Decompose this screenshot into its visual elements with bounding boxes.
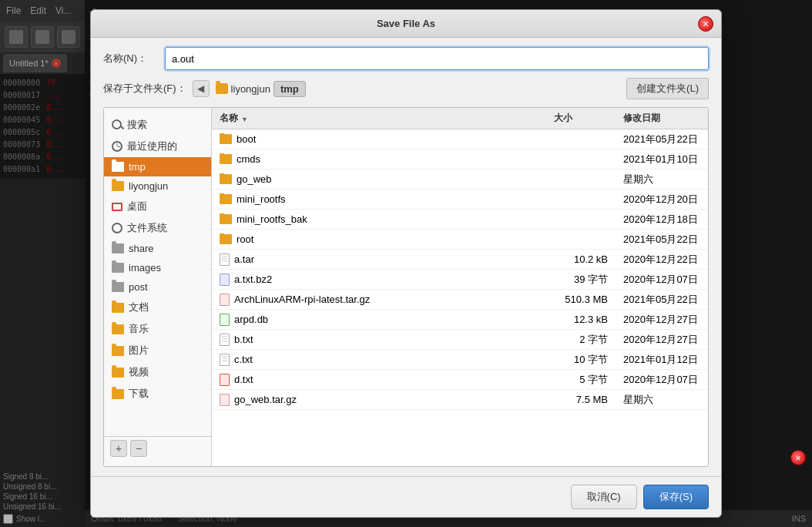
sidebar-desktop-label: 桌面 [127, 200, 147, 213]
file-cell-name: b.txt [212, 334, 546, 346]
sidebar-item-desktop[interactable]: 桌面 [104, 196, 211, 217]
sidebar-item-tmp[interactable]: tmp [104, 157, 211, 176]
breadcrumb-parent[interactable]: liyongjun [216, 83, 270, 95]
sidebar-item-music[interactable]: 音乐 [104, 318, 211, 340]
dialog-overlay: Save File As 名称(N)： 保存于文件夹(F)： ◀ liyongj… [0, 0, 812, 527]
sidebar-filesystem-label: 文件系统 [127, 221, 167, 235]
sidebar-item-liyongjun[interactable]: liyongjun [104, 176, 211, 196]
dialog-body: 名称(N)： 保存于文件夹(F)： ◀ liyongjun tmp 创建文件夹(… [91, 38, 721, 476]
file-cell-date: 2020年12月27日 [616, 313, 708, 327]
dialog-title: Save File As [377, 18, 435, 29]
sidebar-item-recent[interactable]: 最近使用的 [104, 136, 211, 157]
filename-row: 名称(N)： [103, 47, 709, 70]
sidebar-pictures-label: 图片 [129, 344, 149, 357]
file-row[interactable]: go_web 星期六 [212, 170, 708, 190]
folder-icon [220, 214, 232, 224]
file-list-header: 名称 大小 修改日期 [212, 108, 708, 129]
filename-label: 名称(N)： [103, 52, 157, 65]
file-row[interactable]: go_web.tar.gz 7.5 MB 星期六 [212, 390, 708, 410]
file-row[interactable]: arpd.db 12.3 kB 2020年12月27日 [212, 310, 708, 330]
file-cell-name: mini_rootfs_bak [212, 213, 546, 225]
sidebar-downloads-label: 下载 [129, 387, 149, 401]
share-folder-icon [112, 243, 124, 253]
file-cell-size: 7.5 MB [546, 394, 616, 405]
sidebar-item-downloads[interactable]: 下载 [104, 383, 211, 404]
file-cell-size: 12.3 kB [546, 314, 616, 325]
file-cell-name: cmds [212, 153, 546, 165]
file-cell-date: 2021年05月22日 [616, 233, 708, 247]
file-cell-name: a.tar [212, 253, 546, 266]
sidebar-item-post[interactable]: post [104, 277, 211, 297]
file-row[interactable]: boot 2021年05月22日 [212, 129, 708, 149]
file-row[interactable]: root 2021年05月22日 [212, 230, 708, 250]
file-cell-size: 510.3 MB [546, 294, 616, 305]
file-cell-date: 2020年12月22日 [616, 253, 708, 267]
file-row[interactable]: mini_rootfs_bak 2020年12月18日 [212, 210, 708, 230]
remove-location-btn[interactable]: − [130, 440, 147, 457]
file-row[interactable]: ArchLinuxARM-rpi-latest.tar.gz 510.3 MB … [212, 290, 708, 310]
cancel-button[interactable]: 取消(C) [571, 485, 637, 509]
sidebar-item-filesystem[interactable]: 文件系统 [104, 217, 211, 239]
post-folder-icon [112, 282, 124, 292]
file-cell-name: arpd.db [212, 314, 546, 326]
file-cell-date: 2020年12月07日 [616, 373, 708, 387]
music-folder-icon [112, 324, 124, 334]
file-cell-date: 2020年12月07日 [616, 273, 708, 287]
file-cell-date: 星期六 [616, 393, 708, 407]
file-cell-date: 2020年12月20日 [616, 193, 708, 206]
dialog-close-button[interactable] [698, 16, 713, 32]
breadcrumb-parent-text: liyongjun [231, 83, 270, 95]
sidebar-item-images[interactable]: images [104, 258, 211, 277]
sort-arrow [241, 113, 248, 124]
sidebar-post-label: post [129, 281, 148, 293]
file-cell-date: 2020年12月18日 [616, 213, 708, 227]
file-cell-date: 2021年05月22日 [616, 133, 708, 146]
recent-icon [112, 141, 122, 152]
file-cell-name: root [212, 233, 546, 245]
save-button[interactable]: 保存(S) [643, 485, 709, 509]
breadcrumb-current[interactable]: tmp [273, 81, 306, 97]
gz-icon [220, 394, 230, 406]
nav-back-btn[interactable]: ◀ [193, 80, 210, 97]
file-cell-size: 10.2 kB [546, 253, 616, 265]
sidebar-item-search[interactable]: 搜索 [104, 114, 211, 136]
col-date[interactable]: 修改日期 [616, 112, 708, 125]
create-folder-button[interactable]: 创建文件夹(L) [626, 78, 709, 99]
filename-input[interactable] [165, 47, 709, 70]
col-name[interactable]: 名称 [212, 112, 546, 125]
file-row[interactable]: c.txt 10 字节 2021年01月12日 [212, 350, 708, 370]
add-location-btn[interactable]: + [110, 440, 127, 457]
search-icon [112, 119, 122, 130]
breadcrumb-folder-icon [216, 83, 228, 94]
file-row[interactable]: d.txt 5 字节 2020年12月07日 [212, 370, 708, 390]
file-row[interactable]: a.tar 10.2 kB 2020年12月22日 [212, 250, 708, 270]
sidebar-item-pictures[interactable]: 图片 [104, 340, 211, 361]
sidebar-music-label: 音乐 [129, 322, 149, 336]
sidebar-share-label: share [129, 243, 154, 254]
sidebar-item-videos[interactable]: 视频 [104, 361, 211, 383]
col-size[interactable]: 大小 [546, 112, 616, 125]
file-list-scroll[interactable]: boot 2021年05月22日 cmds 2021年01月10日 go_web [212, 129, 708, 466]
db-icon [220, 314, 230, 326]
file-list-area: 名称 大小 修改日期 boot [212, 108, 708, 466]
file-cell-date: 2020年12月27日 [616, 333, 708, 347]
dialog-footer: 取消(C) 保存(S) [91, 476, 721, 517]
extra-close-btn[interactable]: × [790, 450, 806, 465]
sidebar-liyongjun-label: liyongjun [129, 180, 168, 192]
file-row[interactable]: mini_rootfs 2020年12月20日 [212, 190, 708, 210]
file-row[interactable]: b.txt 2 字节 2020年12月27日 [212, 330, 708, 350]
file-cell-size: 2 字节 [546, 333, 616, 347]
file-icon [220, 354, 230, 366]
sidebar-item-share[interactable]: share [104, 239, 211, 258]
file-row[interactable]: a.txt.bz2 39 字节 2020年12月07日 [212, 270, 708, 290]
file-cell-date: 星期六 [616, 173, 708, 186]
images-folder-icon [112, 263, 124, 273]
file-row[interactable]: cmds 2021年01月10日 [212, 149, 708, 170]
bz2-icon [220, 274, 230, 286]
file-cell-date: 2021年05月22日 [616, 293, 708, 307]
sidebar-item-documents[interactable]: 文档 [104, 297, 211, 318]
folder-icon [220, 174, 232, 184]
sidebar-documents-label: 文档 [129, 300, 149, 314]
file-cell-name: c.txt [212, 354, 546, 366]
dialog-titlebar: Save File As [91, 10, 721, 38]
